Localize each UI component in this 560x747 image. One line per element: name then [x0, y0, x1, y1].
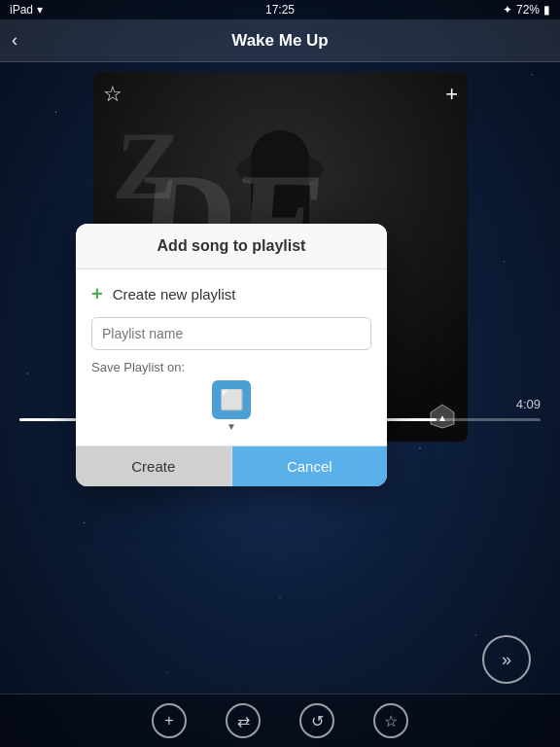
nav-title: Wake Me Up — [231, 31, 329, 51]
repeat-icon: ↺ — [311, 712, 324, 730]
plus-green-icon: + — [91, 283, 103, 305]
device-dropdown[interactable]: ⬜ ▼ — [91, 380, 371, 432]
cancel-button[interactable]: Cancel — [232, 446, 388, 486]
star-icon[interactable]: ☆ — [103, 82, 122, 107]
modal-body: + Create new playlist Save Playlist on: … — [76, 269, 387, 445]
status-bar: iPad ▾ 17:25 ✦ 72% ▮ — [0, 0, 560, 19]
forward-icon: » — [502, 650, 511, 670]
add-icon: + — [164, 712, 173, 729]
wifi-icon: ▾ — [37, 3, 43, 17]
status-right: ✦ 72% ▮ — [503, 3, 550, 17]
status-time: 17:25 — [265, 3, 295, 17]
save-on-label: Save Playlist on: — [91, 360, 371, 374]
bluetooth-icon: ✦ — [503, 3, 512, 17]
logo-badge: ▲ — [427, 401, 458, 432]
svg-text:Z: Z — [110, 112, 184, 220]
create-playlist-row[interactable]: + Create new playlist — [91, 283, 371, 305]
modal-header: Add song to playlist — [76, 224, 387, 269]
caret-icon: ▼ — [227, 421, 236, 432]
create-button[interactable]: Create — [76, 446, 232, 486]
add-icon[interactable]: + — [445, 82, 458, 107]
back-button[interactable]: ‹ — [12, 30, 18, 51]
add-button[interactable]: + — [152, 703, 187, 738]
favorite-icon: ☆ — [384, 712, 398, 730]
shuffle-button[interactable]: ⇄ — [226, 703, 261, 738]
carrier-label: iPad — [10, 3, 33, 17]
favorite-button[interactable]: ☆ — [373, 703, 408, 738]
battery-label: 72% — [516, 3, 540, 17]
battery-icon: ▮ — [543, 3, 550, 17]
playlist-name-input[interactable] — [91, 317, 371, 350]
bottom-toolbar: + ⇄ ↺ ☆ — [0, 694, 560, 747]
status-left: iPad ▾ — [10, 3, 43, 17]
modal-actions: Create Cancel — [76, 445, 387, 486]
nav-bar: ‹ Wake Me Up — [0, 19, 560, 62]
device-icon: ⬜ — [212, 380, 251, 419]
create-playlist-label: Create new playlist — [113, 286, 236, 302]
add-to-playlist-modal: Add song to playlist + Create new playli… — [76, 224, 387, 486]
time-label: 4:09 — [516, 397, 541, 411]
repeat-button[interactable]: ↺ — [299, 703, 334, 738]
shuffle-icon: ⇄ — [237, 712, 250, 730]
modal-title: Add song to playlist — [158, 237, 306, 254]
tablet-icon: ⬜ — [220, 388, 244, 411]
forward-button[interactable]: » — [482, 635, 531, 684]
